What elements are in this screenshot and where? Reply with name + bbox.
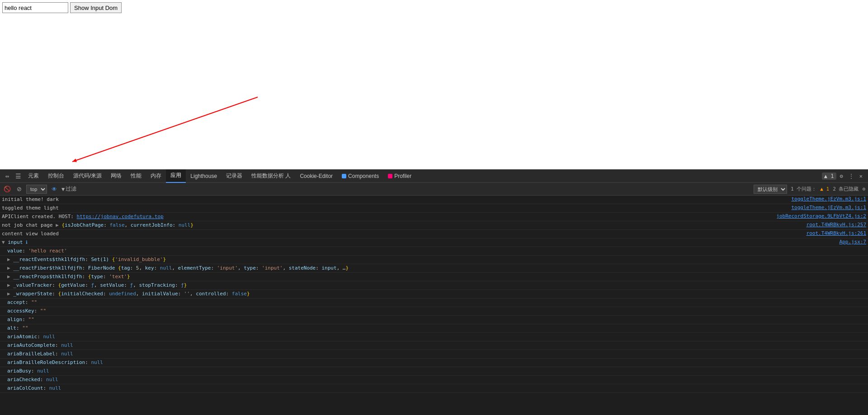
tab-perf-insights[interactable]: 性能数据分析 人 — [247, 169, 295, 183]
devtools-panel: ⇔ ☰ 元素 控制台 源代码/来源 网络 性能 内存 应用 Lighthouse… — [0, 169, 868, 415]
console-row-content: ▶ __reactEvents$thk1lfdjfh: Set(1) {'inv… — [7, 256, 866, 263]
console-row-accesskey: accessKey: "" — [0, 307, 868, 316]
console-row-aria-colcount: ariaColCount: null — [0, 384, 868, 393]
console-row-content: ▶ __reactFiber$thk1lfdjfh: FiberNode {ta… — [7, 265, 866, 272]
console-context-select[interactable]: top — [26, 185, 47, 194]
console-row-value-tracker: ▶ _valueTracker: {getValue: ƒ, setValue:… — [0, 281, 868, 290]
console-row-wrapper-state: ▶ _wrapperState: {initialChecked: undefi… — [0, 290, 868, 298]
console-row-source[interactable]: App.jsx:7 — [839, 239, 866, 245]
devtools-more-icon[interactable]: ⋮ — [847, 172, 856, 180]
console-row-aria-atomic: ariaAtomic: null — [0, 333, 868, 341]
console-row-content: initial theme! dark — [2, 196, 788, 203]
console-row-content: not job chat page ▶ {isJobChatPage: fals… — [2, 222, 803, 229]
console-row-content: ariaChecked: null — [7, 376, 866, 383]
tab-application[interactable]: 应用 — [166, 169, 186, 183]
tab-performance[interactable]: 性能 — [126, 169, 146, 183]
console-row-aria-checked: ariaChecked: null — [0, 376, 868, 384]
filter-icon: ▼ — [61, 186, 65, 192]
console-row-react-fiber: ▶ __reactFiber$thk1lfdjfh: FiberNode {ta… — [0, 264, 868, 273]
console-issues-count: ▲ 1 — [820, 186, 829, 192]
console-level-select[interactable]: 默认级别 — [754, 185, 787, 194]
tab-network[interactable]: 网络 — [106, 169, 126, 183]
console-filter[interactable]: ▼ 过滤 — [61, 185, 76, 193]
console-row-content: ▶ _wrapperState: {initialChecked: undefi… — [7, 290, 866, 298]
console-row-content: accessKey: "" — [7, 308, 866, 315]
tab-sources[interactable]: 源代码/来源 — [69, 169, 106, 183]
console-row-source[interactable]: jobRecordStorage.9LFbVtZ4.js:2 — [776, 213, 866, 219]
console-row-source[interactable]: root.T4WRBkvH.js:257 — [807, 222, 866, 228]
console-row-content: ariaBrailleRoleDescription: null — [7, 359, 866, 366]
console-row-source[interactable]: toggleTheme.jEzVm.m3.js:1 — [791, 205, 866, 210]
app-area: Show Input Dom — [0, 0, 868, 169]
console-hidden-count: 2 条已隐藏 — [833, 186, 859, 192]
devtools-badge: ▲ 1 — [822, 173, 836, 180]
show-input-dom-button[interactable]: Show Input Dom — [70, 2, 122, 13]
console-clear-button[interactable]: 🚫 — [3, 185, 12, 194]
filter-label: 过滤 — [66, 185, 76, 193]
hello-react-input[interactable] — [2, 2, 68, 13]
console-row-content: ▼ input ℹ — [2, 239, 835, 246]
console-row-content: ariaBrailleLabel: null — [7, 350, 866, 358]
console-row-content: ariaAtomic: null — [7, 333, 866, 340]
devtools-tabs-bar: ⇔ ☰ 元素 控制台 源代码/来源 网络 性能 内存 应用 Lighthouse… — [0, 169, 868, 183]
console-row-content: ▶ _valueTracker: {getValue: ƒ, setValue:… — [7, 282, 866, 289]
tab-memory[interactable]: 内存 — [146, 169, 166, 183]
console-stop-button[interactable]: ⊘ — [14, 185, 24, 194]
console-output[interactable]: initial theme! dark toggleTheme.jEzVm.m3… — [0, 196, 868, 415]
console-row-align: align: "" — [0, 316, 868, 324]
console-row-react-props: ▶ __reactProps$thk1lfdjfh: {type: 'text'… — [0, 273, 868, 281]
console-row-content-view: content view loaded root.T4WRBkvH.js:261 — [0, 230, 868, 238]
console-right-controls: 默认级别 1 个问题： ▲ 1 2 条已隐藏 ⚙ — [754, 185, 865, 194]
api-host-link[interactable]: https://jobnav.codefutura.top — [77, 214, 164, 219]
red-arrow-annotation — [0, 0, 868, 169]
console-row-alt: alt: "" — [0, 324, 868, 333]
console-row-content: accept: "" — [7, 299, 866, 306]
console-row-aria-busy: ariaBusy: null — [0, 367, 868, 376]
console-row-react-events: ▶ __reactEvents$thk1lfdjfh: Set(1) {'inv… — [0, 256, 868, 264]
console-row-content: toggled theme light — [2, 205, 788, 212]
console-row-value: value: 'hello react' — [0, 247, 868, 256]
console-row-content: content view loaded — [2, 230, 803, 238]
tab-console[interactable]: 控制台 — [43, 169, 69, 183]
console-row-not-job-chat: not job chat page ▶ {isJobChatPage: fals… — [0, 221, 868, 230]
console-row-initial-theme: initial theme! dark toggleTheme.jEzVm.m3… — [0, 196, 868, 204]
tab-elements[interactable]: 元素 — [24, 169, 43, 183]
console-row-source[interactable]: root.T4WRBkvH.js:261 — [807, 230, 866, 236]
tab-components[interactable]: Components — [337, 169, 383, 183]
devtools-icon-cursor[interactable]: ⇔ — [2, 169, 13, 183]
console-row-input-expanded: ▼ input ℹ App.jsx:7 — [0, 238, 868, 247]
console-row-content: ariaAutoComplete: null — [7, 342, 866, 349]
console-row-content: alt: "" — [7, 325, 866, 332]
console-row-content: ariaBusy: null — [7, 368, 866, 375]
console-row-source[interactable]: toggleTheme.jEzVm.m3.js:1 — [791, 196, 866, 202]
devtools-gear-icon[interactable]: ⚙ — [838, 172, 845, 180]
console-eye-icon[interactable]: 👁 — [50, 185, 59, 194]
devtools-close-icon[interactable]: ✕ — [858, 172, 864, 180]
devtools-icon-inspect[interactable]: ☰ — [13, 169, 24, 183]
tab-cookie-editor[interactable]: Cookie-Editor — [295, 169, 337, 183]
console-toolbar: 🚫 ⊘ top 👁 ▼ 过滤 默认级别 1 个问题： ▲ 1 2 条已隐藏 ⚙ — [0, 183, 868, 196]
console-row-api-client: APIClient created. HOST: https://jobnav.… — [0, 213, 868, 221]
console-row-content: APIClient created. HOST: https://jobnav.… — [2, 213, 773, 220]
console-row-content: align: "" — [7, 316, 866, 323]
devtools-tab-right-controls: ▲ 1 ⚙ ⋮ ✕ — [822, 172, 866, 180]
console-row-aria-autocomplete: ariaAutoComplete: null — [0, 341, 868, 350]
tab-recorder[interactable]: 记录器 — [222, 169, 247, 183]
tab-lighthouse[interactable]: Lighthouse — [186, 169, 222, 183]
console-row-aria-braille-label: ariaBrailleLabel: null — [0, 350, 868, 359]
console-row-accept: accept: "" — [0, 298, 868, 307]
console-gear-icon[interactable]: ⚙ — [862, 186, 865, 192]
console-issues-label: 1 个问题： — [791, 186, 816, 192]
tab-profiler[interactable]: Profiler — [383, 169, 416, 183]
console-row-content: ariaColCount: null — [7, 385, 866, 392]
console-row-content: value: 'hello react' — [7, 247, 866, 255]
console-row-aria-braille-role: ariaBrailleRoleDescription: null — [0, 359, 868, 367]
console-row-content: ▶ __reactProps$thk1lfdjfh: {type: 'text'… — [7, 273, 866, 280]
console-row-toggled-theme: toggled theme light toggleTheme.jEzVm.m3… — [0, 204, 868, 213]
